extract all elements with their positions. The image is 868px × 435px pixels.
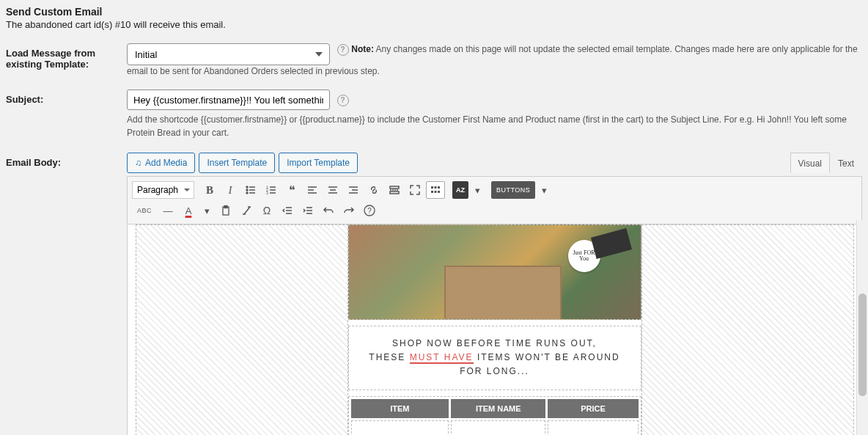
svg-rect-27 bbox=[431, 191, 433, 193]
strike-button[interactable]: ABC bbox=[132, 202, 157, 219]
insert-template-button[interactable]: Insert Template bbox=[199, 153, 275, 173]
text-color-dropdown-icon[interactable]: ▾ bbox=[199, 202, 215, 219]
readmore-button[interactable] bbox=[385, 181, 404, 199]
redo-button[interactable] bbox=[339, 202, 358, 219]
layout-column-left bbox=[136, 224, 348, 435]
page-scrollbar[interactable] bbox=[856, 220, 868, 435]
th-item: ITEM bbox=[351, 399, 449, 418]
svg-rect-21 bbox=[390, 186, 399, 189]
tab-text[interactable]: Text bbox=[830, 153, 862, 173]
svg-rect-29 bbox=[438, 191, 440, 193]
hero-image: Just FOR You bbox=[348, 224, 641, 320]
number-list-button[interactable]: 123 bbox=[262, 181, 281, 199]
outdent-button[interactable] bbox=[278, 202, 297, 219]
layout-column-right bbox=[641, 224, 854, 435]
undo-button[interactable] bbox=[319, 202, 338, 219]
media-icon: ♫ bbox=[135, 158, 141, 168]
bold-button[interactable]: B bbox=[200, 181, 219, 199]
svg-rect-25 bbox=[435, 186, 437, 189]
subject-input[interactable] bbox=[127, 89, 330, 110]
promo-text: SHOP NOW BEFORE TIME RUNS OUT, THESE MUS… bbox=[348, 326, 641, 390]
svg-point-0 bbox=[246, 186, 248, 188]
svg-point-4 bbox=[246, 192, 248, 194]
align-right-button[interactable] bbox=[344, 181, 363, 199]
svg-text:3: 3 bbox=[266, 191, 268, 195]
toolbar-toggle-button[interactable] bbox=[426, 181, 445, 199]
align-left-button[interactable] bbox=[303, 181, 322, 199]
th-price: PRICE bbox=[548, 399, 638, 418]
svg-rect-24 bbox=[431, 186, 433, 189]
fullscreen-button[interactable] bbox=[405, 181, 424, 199]
th-name: ITEM NAME bbox=[451, 399, 545, 418]
template-label: Load Message from existing Template: bbox=[6, 43, 127, 89]
hr-button[interactable]: — bbox=[158, 202, 177, 219]
page-title: Send Custom Email bbox=[6, 6, 862, 18]
special-char-button[interactable]: Ω bbox=[257, 202, 276, 219]
page-subtitle: The abandoned cart id(s) #10 will receiv… bbox=[6, 19, 862, 30]
align-center-button[interactable] bbox=[323, 181, 342, 199]
bullet-list-button[interactable] bbox=[241, 181, 260, 199]
svg-text:?: ? bbox=[367, 207, 372, 215]
indent-button[interactable] bbox=[298, 202, 317, 219]
format-select[interactable]: Paragraph bbox=[132, 181, 194, 199]
items-table: ITEM ITEM NAME PRICE {{ite bbox=[349, 397, 641, 435]
blockquote-button[interactable]: ❝ bbox=[282, 181, 301, 199]
svg-rect-31 bbox=[224, 206, 227, 208]
svg-rect-28 bbox=[435, 191, 437, 193]
subject-hint: Add the shortcode {{customer.firstname}}… bbox=[127, 113, 860, 139]
buttons-dropdown-icon[interactable]: ▾ bbox=[537, 181, 552, 199]
az-dropdown-icon[interactable]: ▾ bbox=[470, 181, 485, 199]
svg-rect-23 bbox=[390, 191, 399, 194]
buttons-pill[interactable]: BUTTONS bbox=[491, 181, 535, 199]
import-template-button[interactable]: Import Template bbox=[279, 153, 358, 173]
tab-visual[interactable]: Visual bbox=[790, 153, 830, 173]
scrollbar-thumb[interactable] bbox=[858, 293, 867, 396]
az-button[interactable]: AZ bbox=[452, 181, 468, 199]
svg-rect-26 bbox=[438, 186, 440, 189]
svg-point-2 bbox=[246, 189, 248, 191]
editor-body[interactable]: Just FOR You SHOP NOW BEFORE TIME RUNS O… bbox=[127, 224, 862, 435]
table-row: {{item.image}} {{item.name}} {{item.pric… bbox=[351, 420, 639, 435]
help-icon[interactable]: ? bbox=[337, 95, 349, 106]
help-button[interactable]: ? bbox=[360, 202, 379, 219]
template-select[interactable]: Initial bbox=[127, 43, 330, 65]
help-icon[interactable]: ? bbox=[337, 44, 349, 56]
italic-button[interactable]: I bbox=[221, 181, 240, 199]
subject-label: Subject: bbox=[6, 89, 127, 153]
link-button[interactable] bbox=[364, 181, 383, 199]
clear-format-button[interactable] bbox=[237, 202, 256, 219]
paste-text-button[interactable] bbox=[216, 202, 235, 219]
body-label: Email Body: bbox=[6, 153, 127, 435]
add-media-button[interactable]: ♫ Add Media bbox=[127, 153, 195, 173]
editor-toolbar: Paragraph B I 123 ❝ bbox=[127, 176, 862, 224]
text-color-button[interactable]: A bbox=[179, 202, 198, 219]
